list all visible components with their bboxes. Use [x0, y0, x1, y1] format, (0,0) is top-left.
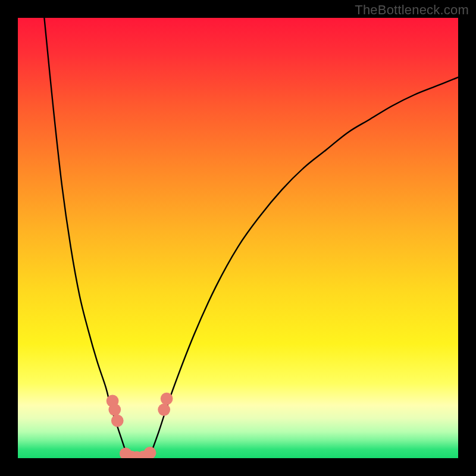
data-marker	[111, 415, 124, 427]
data-markers	[107, 393, 173, 458]
watermark-text: TheBottleneck.com	[355, 2, 469, 18]
plot-area	[18, 18, 458, 458]
chart-frame: TheBottleneck.com	[0, 0, 476, 476]
data-marker	[108, 403, 121, 416]
data-marker	[144, 447, 156, 458]
data-marker	[161, 393, 173, 405]
data-marker	[158, 403, 170, 416]
bottleneck-curve	[44, 18, 458, 458]
curve-layer	[18, 18, 458, 458]
